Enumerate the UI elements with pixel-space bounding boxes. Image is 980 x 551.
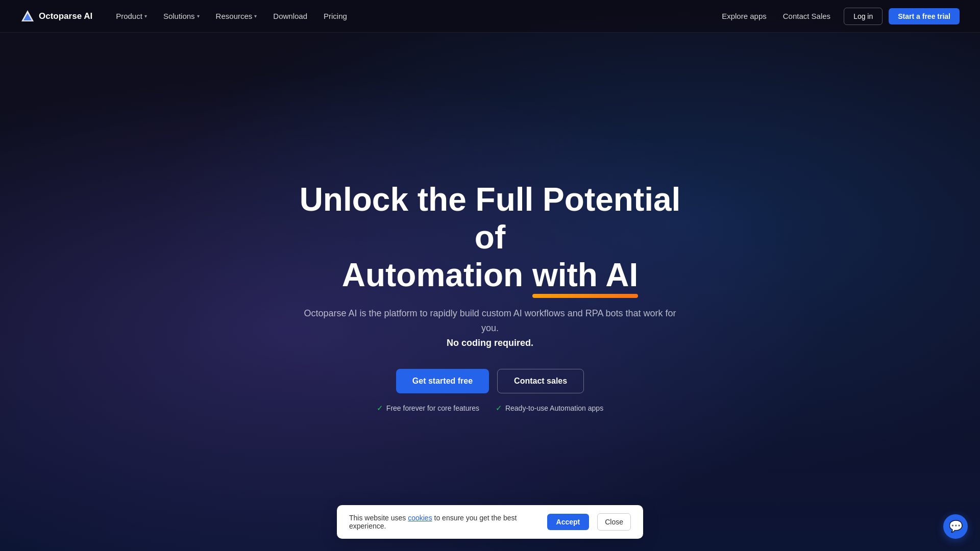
hero-buttons: Get started free Contact sales	[296, 369, 684, 393]
check-automation: ✓ Ready-to-use Automation apps	[496, 404, 603, 413]
chevron-down-icon: ▾	[144, 13, 147, 19]
hero-underline: with AI	[532, 257, 638, 294]
nav-right: Explore apps Contact Sales Log in Start …	[715, 8, 960, 25]
nav-product[interactable]: Product ▾	[109, 8, 154, 24]
nav-resources[interactable]: Resources ▾	[209, 8, 264, 24]
nav-right-links: Explore apps Contact Sales	[715, 8, 838, 24]
logo[interactable]: Octoparse AI	[20, 9, 92, 23]
chevron-down-icon: ▾	[254, 13, 257, 19]
hero-title: Unlock the Full Potential of Automation …	[296, 181, 684, 294]
cookie-link[interactable]: cookies	[408, 514, 432, 522]
cookie-accept-button[interactable]: Accept	[547, 514, 590, 530]
login-button[interactable]: Log in	[844, 8, 883, 25]
nav-pricing[interactable]: Pricing	[316, 8, 354, 24]
hero-subtitle: Octoparse AI is the platform to rapidly …	[296, 306, 684, 350]
explore-apps-link[interactable]: Explore apps	[715, 8, 774, 24]
start-trial-button[interactable]: Start a free trial	[889, 8, 960, 24]
check-icon-2: ✓	[496, 404, 502, 413]
check-free: ✓ Free forever for core features	[377, 404, 479, 413]
check-icon-1: ✓	[377, 404, 383, 413]
chat-widget[interactable]: 💬	[943, 514, 968, 539]
navbar: Octoparse AI Product ▾ Solutions ▾ Resou…	[0, 0, 980, 33]
cookie-text: This website uses cookies to ensure you …	[349, 514, 539, 530]
contact-sales-link[interactable]: Contact Sales	[776, 8, 838, 24]
hero-inner: Unlock the Full Potential of Automation …	[286, 151, 694, 433]
nav-download[interactable]: Download	[266, 8, 314, 24]
nav-left: Octoparse AI Product ▾ Solutions ▾ Resou…	[20, 8, 354, 24]
hero-title-line2: Automation with AI	[342, 257, 639, 293]
hero-checks: ✓ Free forever for core features ✓ Ready…	[296, 404, 684, 413]
chat-icon: 💬	[949, 520, 963, 533]
cookie-close-button[interactable]: Close	[597, 513, 631, 531]
cookie-banner: This website uses cookies to ensure you …	[337, 505, 643, 539]
hero-section: Unlock the Full Potential of Automation …	[0, 0, 980, 551]
get-started-button[interactable]: Get started free	[396, 369, 489, 393]
contact-sales-button[interactable]: Contact sales	[497, 369, 584, 393]
chevron-down-icon: ▾	[197, 13, 200, 19]
nav-links: Product ▾ Solutions ▾ Resources ▾ Downlo…	[109, 8, 354, 24]
nav-solutions[interactable]: Solutions ▾	[156, 8, 207, 24]
logo-icon	[20, 9, 35, 23]
logo-text: Octoparse AI	[39, 11, 92, 21]
